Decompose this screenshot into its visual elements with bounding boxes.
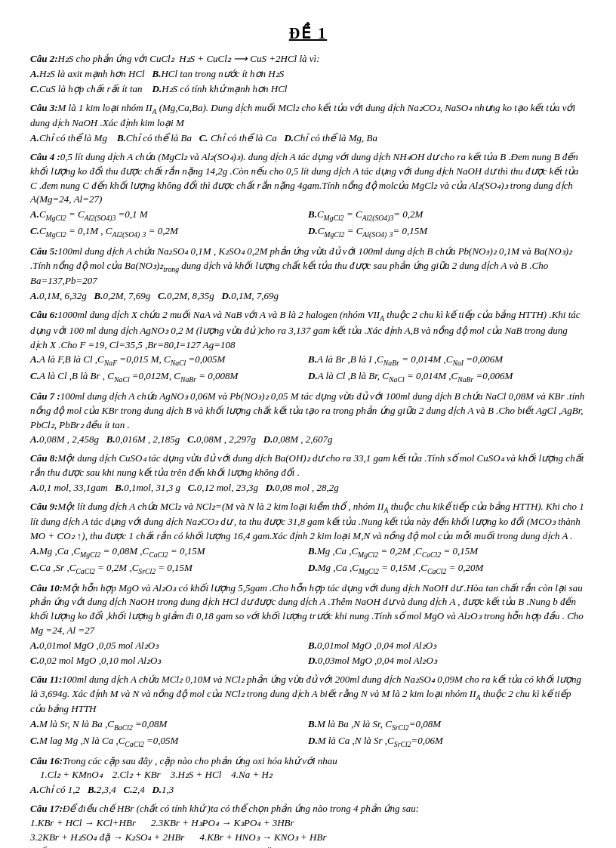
answer-a: A.0,1M, 6,32g B.0,2M, 7,69g C.0,2M, 8,35… — [30, 289, 586, 304]
question-cau17: Câu 17:Để điều chế HBr (chất có tính khử… — [30, 802, 586, 848]
question-cau9: Câu 9:Một lít dung dịch A chứa MCl₂ và N… — [30, 500, 586, 577]
answer-d: D.CMgCl2 = CAl(SO4) 3= 0,15M — [308, 224, 586, 240]
answer-c: C.0,02 mol MgO ,0,10 mol Al₂O₃ — [30, 654, 308, 668]
answer-c: C.A là Cl ,B là Br , CNaCl =0,012M, CNaB… — [30, 369, 308, 385]
answer-d: D.Mg ,Ca ,CMgCl2 = 0,15M ,CCaCl2 = 0,20M — [308, 561, 586, 577]
answer-a: A.0,01mol MgO ,0,05 mol Al₂O₃ — [30, 639, 308, 653]
answer-b: B.0,01mol MgO ,0,04 mol Al₂O₃ — [308, 639, 586, 653]
reaction-2: 2.3KBr + H₃PO₄ → K₃PO₄ + 3HBr — [151, 816, 586, 831]
reaction-note: Biết H₃PO₄ khó bay hơi và ko có tính oxi… — [30, 845, 586, 848]
answer-b: B.A là Br ,B là I ,CNaBr = 0,014M ,CNaI … — [308, 353, 586, 368]
question-cau3: Câu 3:M là 1 kim loại nhóm IIA (Mg,Ca,Ba… — [30, 101, 586, 146]
answer-d: D.0,03mol MgO ,0,04 mol Al₂O₃ — [308, 654, 586, 668]
answer-a: A.M là Sr, N là Ba ,CBaCl2 =0,08M — [30, 717, 308, 733]
answer-a: A.Mg ,Ca ,CMgCl2 = 0,08M ,CCaCl2 = 0,15M — [30, 544, 308, 560]
question-cau2: Câu 2:H₂S cho phản ứng với CuCl₂ H₂S + C… — [30, 52, 586, 97]
question-cau5: Câu 5:100ml dung dịch A chứa Na₂SO₄ 0,1M… — [30, 245, 586, 304]
answer-b: B.Mg ,Ca ,CMgCl2 = 0,2M ,CCaCl2 = 0,15M — [308, 544, 586, 560]
answer-c: C.M lag Mg ,N là Ca ,CCaCl2 =0,05M — [30, 734, 308, 750]
question-cau8: Câu 8:Một dung dịch CuSO₄ tác dụng vừa đ… — [30, 452, 586, 495]
answer-d: D.A là Cl ,B là Br, CNaCl = 0,014M ,CNaB… — [308, 369, 586, 385]
answer-b: B.CMgCl2 = CAl2(SO4)3= 0,2M — [308, 208, 586, 224]
question-cau16: Câu 16:Trong các cặp sau đây , cặp nào c… — [30, 754, 586, 798]
question-cau10: Câu 10:Một hỗn hợp MgO và Al₂O₃ có khối … — [30, 581, 586, 668]
question-label: Câu 3:M là 1 kim loại nhóm IIA (Mg,Ca,Ba… — [30, 102, 575, 129]
reaction-3: 3.2KBr + H₂SO₄ đặ → K₂SO₄ + 2HBr — [30, 831, 184, 845]
questions-container: Câu 2:H₂S cho phản ứng với CuCl₂ H₂S + C… — [30, 52, 586, 848]
answer-d: D.M là Ca ,N là Sr ,CSrCl2=0,06M — [308, 734, 586, 750]
answer-b: B.M là Ba ,N là Sr, CSrCl2=0,08M — [308, 717, 586, 733]
answer-a: A.Chỉ có 1,2 B.2,3,4 C.2,4 D.1,3 — [30, 783, 586, 797]
answer-a: A.Chỉ có thể là Mg B.Chỉ có thể là Ba C.… — [30, 131, 586, 146]
reaction-4: 4.KBr + HNO₃ → KNO₃ + HBr — [199, 831, 586, 845]
answer-c: C.CuS là hợp chất rất ít tan D.H₂S có tí… — [30, 82, 586, 97]
answer-c: C.CMgCl2 = 0,1M , CAl2(SO4) 3 = 0,2M — [30, 224, 308, 240]
question-cau4: Câu 4 :0,5 lít dung dịch A chứa (MgCl₂ v… — [30, 150, 586, 240]
question-cau11: Câu 11:100ml dung dịch A chứa MCl₂ 0,10M… — [30, 673, 586, 750]
answer-a: A.0,08M , 2,458g B.0,016M , 2,185g C.0,0… — [30, 433, 586, 447]
answer-a: A.A là F,B là Cl ,CNaF =0,015 M, CNaCl =… — [30, 353, 308, 368]
answer-a: A.H₂S là axit mạnh hơn HCl B.HCl tan tro… — [30, 67, 586, 82]
question-cau6: Câu 6:1000ml dung dịch X chứa 2 muối NaA… — [30, 308, 586, 385]
answer-a: A.CMgCl2 = CAl2(SO4)3 =0,1 M — [30, 208, 308, 224]
page-title: ĐỀ 1 — [30, 23, 586, 45]
reaction-1: 1.KBr + HCl → KCl+HBr — [30, 816, 136, 831]
question-label: Câu 2:H₂S cho phản ứng với CuCl₂ H₂S + C… — [30, 53, 320, 64]
question-cau7: Câu 7 :100ml dung dịch A chứa AgNO₃ 0,06… — [30, 390, 586, 447]
answer-a: A.0,1 mol, 33,1gam B.0,1mol, 31,3 g C.0,… — [30, 481, 586, 495]
answer-c: C.Ca ,Sr ,CCaCl2 = 0,2M ,CSrCl2 = 0,15M — [30, 561, 308, 577]
